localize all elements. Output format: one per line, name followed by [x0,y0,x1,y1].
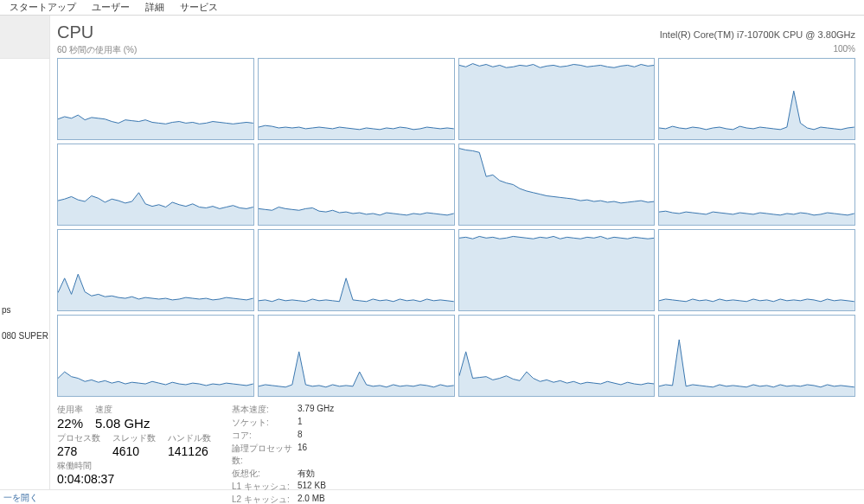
core-chart-10 [458,229,656,311]
core-chart-9 [258,229,455,311]
sockets-value: 1 [298,417,303,429]
core-chart-2 [458,58,656,140]
virtualisation-label: 仮想化: [232,468,292,480]
l1-cache-label: L1 キャッシュ: [232,481,292,493]
tab-bar: スタートアップ ユーザー 詳細 サービス [0,0,864,16]
core-chart-8 [57,229,254,311]
core-chart-12 [57,315,254,397]
cpu-model-name: Intel(R) Core(TM) i7-10700K CPU @ 3.80GH… [660,29,855,40]
core-chart-15 [658,315,855,397]
utilisation-value: 22% [57,416,83,431]
cores-value: 8 [298,430,303,442]
core-chart-3 [658,58,855,140]
logical-processors-label: 論理プロセッサ数: [232,443,292,467]
core-chart-0 [57,58,254,140]
sockets-label: ソケット: [232,417,292,429]
handles-value: 141126 [168,444,211,458]
core-chart-1 [258,58,455,140]
cpu-panel: CPU Intel(R) Core(TM) i7-10700K CPU @ 3.… [50,16,864,489]
cores-label: コア: [232,430,292,442]
uptime-label: 稼働時間 [57,460,211,472]
sidebar-cpu-thumb[interactable] [0,16,49,59]
chart-y-max-label: 100% [833,44,855,56]
core-chart-7 [658,144,855,226]
virtualisation-value: 有効 [298,468,315,480]
handles-label: ハンドル数 [168,432,211,444]
sidebar-item-ps[interactable]: ps [2,305,11,315]
sidebar-item-gpu[interactable]: 080 SUPER [2,331,48,341]
chart-axis-labels: 60 秒間の使用率 (%) 100% [57,44,855,56]
tab-details[interactable]: 詳細 [138,0,172,15]
tab-services[interactable]: サービス [172,0,226,15]
cpu-stats-primary: 使用率 22% 速度 5.08 GHz プロセス数 278 スレッド数 4610 [57,404,211,504]
utilisation-label: 使用率 [57,404,83,416]
uptime-value: 0:04:08:37 [57,472,211,486]
chart-x-label: 60 秒間の使用率 (%) [57,44,137,56]
core-chart-13 [258,315,455,397]
base-speed-label: 基本速度: [232,404,292,416]
core-chart-14 [458,315,656,397]
core-chart-4 [57,144,254,226]
core-chart-11 [658,229,855,311]
speed-label: 速度 [95,404,150,416]
l2-cache-label: L2 キャッシュ: [232,494,292,504]
tab-users[interactable]: ユーザー [84,0,138,15]
threads-label: スレッド数 [112,432,156,444]
core-chart-grid [57,58,855,397]
speed-value: 5.08 GHz [95,416,150,431]
processes-label: プロセス数 [57,432,100,444]
l2-cache-value: 2.0 MB [298,494,325,504]
panel-title: CPU [57,22,93,42]
tab-startup[interactable]: スタートアップ [2,0,84,15]
logical-processors-value: 16 [298,443,307,467]
threads-value: 4610 [112,444,156,458]
core-chart-5 [258,144,455,226]
l1-cache-value: 512 KB [298,481,326,493]
cpu-stats: 使用率 22% 速度 5.08 GHz プロセス数 278 スレッド数 4610 [57,404,855,504]
core-chart-6 [458,144,656,226]
resource-sidebar: ps 080 SUPER [0,16,50,489]
cpu-stats-secondary: 基本速度:3.79 GHz ソケット:1 コア:8 論理プロセッサ数:16 仮想… [232,404,334,504]
processes-value: 278 [57,444,100,458]
base-speed-value: 3.79 GHz [298,404,334,416]
cpu-header: CPU Intel(R) Core(TM) i7-10700K CPU @ 3.… [57,22,855,42]
